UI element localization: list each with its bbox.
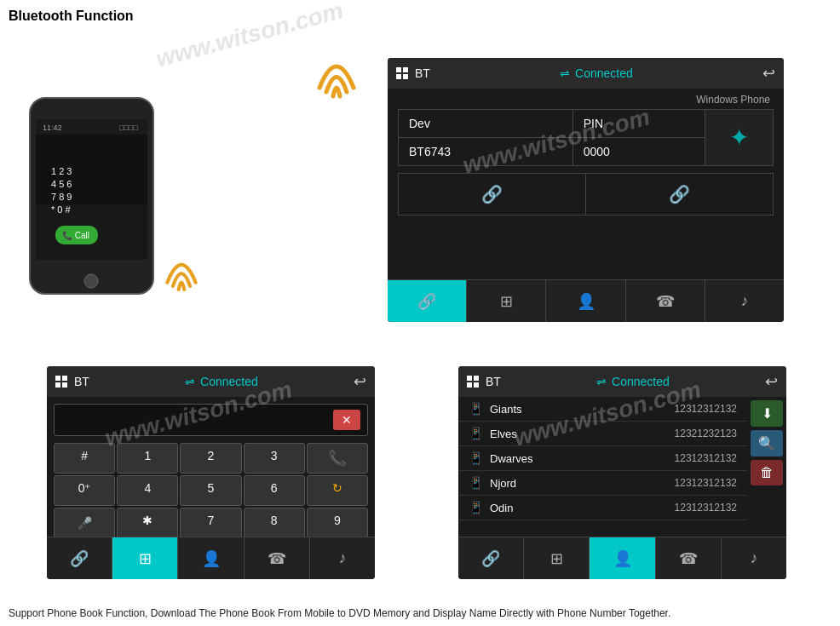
contact-odin[interactable]: 📱 Odin 12312312132 (458, 496, 747, 520)
screen-contacts-header-left: BT (467, 375, 501, 388)
contacts-nav-contacts[interactable]: 👤 (590, 537, 655, 579)
phone-icon-njord: 📱 (469, 476, 483, 490)
keypad-nav-contacts[interactable]: 👤 (178, 537, 244, 579)
screen-contacts-status: ⇌ Connected (596, 375, 670, 388)
nav-tab-contacts[interactable]: 👤 (546, 280, 625, 322)
back-button-main[interactable]: ↩ (762, 64, 775, 83)
key-4[interactable]: 4 (117, 475, 178, 506)
key-6[interactable]: 6 (244, 475, 305, 506)
contact-name-giants: Giants (490, 403, 675, 416)
svg-text:📞 Call: 📞 Call (62, 230, 89, 241)
contact-number-dwarves: 12312312132 (675, 452, 737, 464)
key-8[interactable]: 8 (244, 508, 305, 538)
nav-tab-grid[interactable]: ⊞ (467, 280, 546, 322)
phone-illustration: 11:42 □□□□ 1 2 3 4 5 6 7 8 9 * 0 # 📞 Cal… (26, 94, 179, 315)
contact-elves[interactable]: 📱 Elves 12321232123 (458, 422, 747, 446)
key-call[interactable]: 📞 (307, 443, 368, 474)
key-refresh[interactable]: ↻ (307, 475, 368, 506)
svg-text:1  2  3: 1 2 3 (51, 166, 72, 176)
screen-main-status: ⇌ Connected (560, 66, 633, 80)
key-star[interactable]: ✱ (117, 508, 178, 538)
dev-header: Dev (399, 110, 573, 138)
key-mic[interactable]: 🎤 (54, 508, 115, 538)
phone-icon-giants: 📱 (469, 402, 483, 416)
svg-point-12 (84, 274, 98, 288)
svg-text:□□□□: □□□□ (119, 123, 138, 132)
keypad-input: ✕ (54, 404, 368, 436)
disconnect-icon: 🔗 (669, 185, 690, 204)
contact-name-dwarves: Dwarves (490, 452, 675, 465)
bluetooth-signal-top (311, 41, 362, 111)
connect-action[interactable]: 🔗 (399, 174, 586, 215)
phone-icon-dwarves: 📱 (469, 451, 483, 465)
svg-text:7  8  9: 7 8 9 (51, 192, 72, 202)
key-2[interactable]: 2 (180, 443, 241, 474)
screen-contacts-header: BT ⇌ Connected ↩ (458, 366, 786, 397)
contact-number-elves: 12321232123 (675, 428, 737, 439)
screen-keypad-app-label: BT (74, 375, 89, 388)
contact-number-giants: 12312312132 (675, 403, 737, 415)
screen-keypad: BT ⇌ Connected ↩ ✕ # 1 2 3 📞 0⁺ 4 5 6 ↻ … (47, 366, 375, 579)
screen-keypad-header-left: BT (55, 375, 89, 388)
svg-text:4  5  6: 4 5 6 (51, 179, 72, 189)
screen-main-header-left: BT (396, 66, 430, 80)
grid-icon (396, 67, 408, 79)
keypad-connected-arrows: ⇌ (185, 375, 195, 388)
contact-njord[interactable]: 📱 Njord 12312312132 (458, 471, 747, 496)
phone-icon-odin: 📱 (469, 501, 483, 514)
screen-main-nav: 🔗 ⊞ 👤 ☎ ♪ (388, 279, 784, 322)
contacts-nav-music[interactable]: ♪ (722, 537, 786, 579)
grid-icon-contacts (467, 376, 479, 388)
contact-name-odin: Odin (490, 502, 675, 514)
keypad-nav-music[interactable]: ♪ (310, 537, 375, 579)
contacts-nav-link[interactable]: 🔗 (458, 537, 524, 579)
back-button-contacts[interactable]: ↩ (765, 372, 778, 391)
search-button[interactable]: 🔍 (751, 430, 783, 457)
key-7[interactable]: 7 (180, 508, 241, 538)
download-button[interactable]: ⬇ (751, 400, 783, 427)
keypad-connected-label: Connected (200, 375, 258, 388)
connect-icon: 🔗 (481, 185, 503, 204)
screen-contacts: BT ⇌ Connected ↩ 📱 Giants 12312312132 📱 … (458, 366, 786, 579)
connected-arrows-icon: ⇌ (560, 66, 570, 80)
screen-main-app-label: BT (415, 66, 430, 80)
key-9[interactable]: 9 (307, 508, 368, 538)
contact-number-njord: 12312312132 (675, 477, 737, 489)
windows-phone-label: Windows Phone (388, 89, 784, 109)
bt-icon-cell: ✦ (705, 110, 774, 166)
contacts-content: 📱 Giants 12312312132 📱 Elves 12321232123… (458, 397, 786, 520)
disconnect-action[interactable]: 🔗 (586, 174, 773, 215)
contact-giants[interactable]: 📱 Giants 12312312132 (458, 397, 747, 422)
svg-text:*  0  #: * 0 # (51, 204, 72, 215)
contacts-nav-phone[interactable]: ☎ (656, 537, 722, 579)
contacts-arrows: ⇌ (596, 375, 607, 388)
nav-tab-music[interactable]: ♪ (705, 280, 784, 322)
svg-text:11:42: 11:42 (43, 123, 62, 132)
device-name: BT6743 (399, 138, 573, 166)
nav-tab-link[interactable]: 🔗 (388, 280, 467, 322)
contacts-nav-grid[interactable]: ⊞ (524, 537, 590, 579)
key-hash[interactable]: # (54, 443, 115, 474)
side-actions: ⬇ 🔍 🗑 (747, 397, 786, 520)
key-5[interactable]: 5 (180, 475, 241, 506)
nav-tab-phone[interactable]: ☎ (626, 280, 705, 322)
back-button-keypad[interactable]: ↩ (354, 372, 366, 391)
key-3[interactable]: 3 (244, 443, 305, 474)
screen-keypad-status: ⇌ Connected (185, 375, 258, 388)
key-0plus[interactable]: 0⁺ (54, 475, 115, 506)
contact-dwarves[interactable]: 📱 Dwarves 12312312132 (458, 446, 747, 471)
grid-icon-keypad (55, 376, 67, 388)
backspace-button[interactable]: ✕ (333, 410, 360, 430)
bt-device-table: Dev PIN ✦ BT6743 0000 (398, 109, 774, 166)
keypad-nav-grid[interactable]: ⊞ (112, 537, 178, 579)
connected-label: Connected (575, 66, 633, 80)
contact-name-njord: Njord (490, 477, 675, 490)
contacts-connected: Connected (612, 375, 670, 388)
screen-keypad-nav: 🔗 ⊞ 👤 ☎ ♪ (47, 537, 375, 579)
bluetooth-icon: ✦ (729, 124, 749, 151)
key-1[interactable]: 1 (117, 443, 178, 474)
keypad-nav-phone[interactable]: ☎ (245, 537, 310, 579)
pin-header: PIN (572, 110, 705, 138)
delete-button[interactable]: 🗑 (751, 460, 783, 485)
keypad-nav-link[interactable]: 🔗 (47, 537, 112, 579)
